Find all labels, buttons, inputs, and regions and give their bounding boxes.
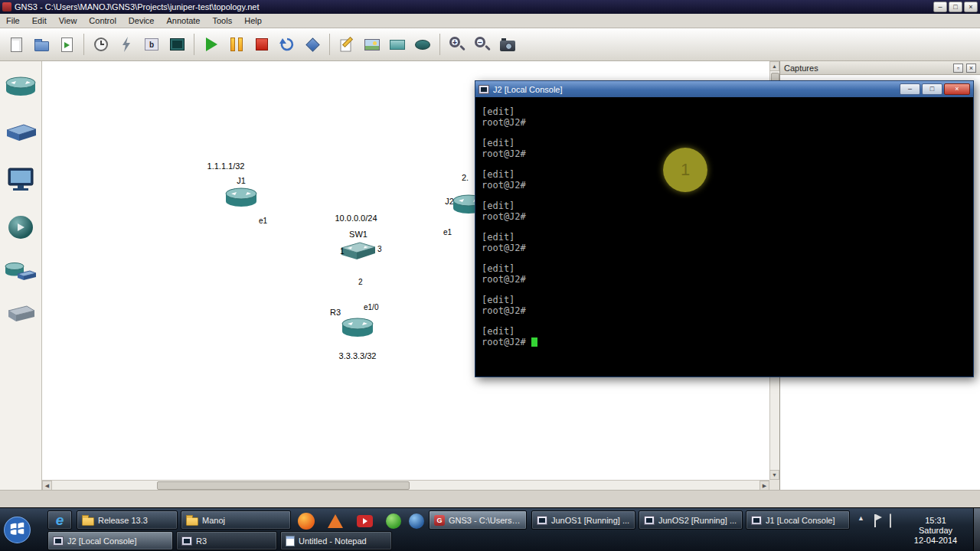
tray-expand-icon[interactable]: ▲ (858, 514, 864, 522)
menu-help[interactable]: Help (238, 15, 268, 27)
console-icon (537, 516, 547, 525)
minimize-button[interactable]: – (933, 2, 947, 12)
node-annotation-j1: 1.1.1.1/32 (188, 161, 264, 171)
browser-category-icon[interactable] (8, 216, 33, 239)
panel-close-button[interactable]: × (966, 64, 976, 73)
menu-annotate[interactable]: Annotate (160, 15, 206, 27)
terminal-line: [edit] (482, 263, 967, 274)
all-devices-category-icon[interactable] (4, 259, 38, 285)
scroll-right-arrow[interactable]: ▶ (760, 481, 769, 490)
interface-label-sw1-3: 3 (377, 245, 382, 253)
toolbar-separator (329, 34, 330, 55)
start-button[interactable] (3, 516, 31, 544)
aux-connect-button[interactable] (115, 32, 138, 57)
terminal-icon (170, 38, 185, 51)
screenshot-button[interactable] (496, 32, 519, 57)
close-button[interactable]: × (964, 2, 978, 12)
console-title-bar[interactable]: J2 [Local Console] – □ × (475, 81, 973, 97)
taskbar-button-release133[interactable]: Release 13.3 (77, 510, 178, 530)
save-project-button[interactable] (55, 32, 78, 57)
taskbar-button-notepad[interactable]: Untitled - Notepad (280, 531, 392, 550)
network-icon[interactable] (890, 514, 891, 528)
zoom-out-button[interactable]: − (471, 32, 494, 57)
terminal-line: [edit] (482, 232, 967, 243)
internet-explorer-button[interactable]: e (47, 510, 72, 530)
node-router-r3[interactable] (341, 316, 374, 342)
node-switch-sw1[interactable] (340, 240, 377, 265)
scroll-up-arrow[interactable]: ▲ (769, 61, 779, 71)
scrollbar-corner (769, 480, 779, 490)
router-category-icon[interactable] (5, 75, 37, 101)
folder-icon (82, 517, 94, 526)
console-window-title: J2 [Local Console] (493, 85, 896, 94)
panel-float-button[interactable]: ▫ (953, 64, 963, 73)
taskbar: e Release 13.3 Manoj G GNS3 - C:\Users\M… (0, 507, 980, 551)
taskbar-button-manoj[interactable]: Manoj (181, 510, 291, 530)
console-icon (751, 516, 762, 525)
menu-control[interactable]: Control (83, 15, 122, 27)
maximize-button[interactable]: □ (949, 2, 962, 12)
scroll-down-arrow[interactable]: ▼ (769, 470, 779, 480)
taskbar-button-junos1[interactable]: JunOS1 [Running] ... (531, 510, 635, 530)
reload-all-button[interactable] (276, 32, 299, 57)
console-connect-button[interactable] (90, 32, 113, 57)
terminal[interactable]: [edit] root@J2# [edit] root@J2# [edit] r… (475, 97, 973, 377)
firefox-icon[interactable] (297, 512, 315, 530)
console-close-button[interactable]: × (944, 83, 970, 95)
horizontal-scroll-thumb[interactable] (157, 481, 410, 490)
start-all-button[interactable] (200, 32, 223, 57)
canvas-horizontal-scrollbar[interactable]: ◀ ▶ (42, 480, 769, 490)
toolbar: b + − (0, 28, 980, 61)
hostname-icon: b (145, 38, 158, 51)
draw-ellipse-button[interactable] (411, 32, 434, 57)
clock-date: 12-04-2014 (902, 536, 969, 545)
clock-icon (94, 37, 108, 51)
menu-file[interactable]: File (0, 15, 26, 27)
add-note-button[interactable] (335, 32, 358, 57)
show-desktop-button[interactable] (973, 508, 980, 551)
terminal-line: root@J2# (482, 305, 967, 316)
captures-panel-header: Captures ▫ × (780, 61, 980, 75)
terminal-prompt-line: root@J2# (482, 337, 967, 347)
open-project-button[interactable] (30, 32, 53, 57)
action-center-icon[interactable] (874, 514, 876, 528)
terminal-line: [edit] (482, 295, 967, 305)
menu-view[interactable]: View (53, 15, 83, 27)
interface-label-r3-e10: e1/0 (364, 303, 378, 311)
taskbar-clock[interactable]: 15:31 Saturday 12-04-2014 (902, 510, 969, 550)
console-all-button[interactable] (165, 32, 188, 57)
menu-edit[interactable]: Edit (26, 15, 53, 27)
hypervisor-manager-button[interactable] (301, 32, 324, 57)
taskbar-button-j2-console[interactable]: J2 [Local Console] (47, 531, 173, 550)
pause-icon (230, 37, 243, 51)
scroll-left-arrow[interactable]: ◀ (42, 481, 52, 490)
console-window[interactable]: J2 [Local Console] – □ × [edit] root@J2#… (475, 80, 974, 377)
internet-explorer-icon: e (56, 512, 64, 529)
node-router-j1[interactable] (224, 186, 258, 212)
youtube-icon[interactable] (355, 512, 374, 530)
end-device-category-icon[interactable] (5, 167, 36, 196)
new-project-button[interactable] (5, 32, 28, 57)
show-hostnames-button[interactable]: b (140, 32, 163, 57)
folder-icon (186, 517, 198, 526)
draw-rectangle-button[interactable] (386, 32, 409, 57)
menu-device[interactable]: Device (122, 15, 161, 27)
menu-tools[interactable]: Tools (207, 15, 239, 27)
console-maximize-button[interactable]: □ (922, 83, 942, 95)
insert-picture-button[interactable] (361, 32, 384, 57)
taskbar-button-gns3[interactable]: G GNS3 - C:\Users\M... (429, 510, 527, 530)
taskbar-button-junos2[interactable]: JunOS2 [Running] ... (639, 510, 743, 530)
vlc-icon[interactable] (326, 512, 345, 530)
taskbar-button-j1-console[interactable]: J1 [Local Console] (746, 510, 850, 530)
security-device-category-icon[interactable] (5, 305, 36, 328)
zoom-in-button[interactable]: + (446, 32, 469, 57)
clock-time: 15:31 (902, 516, 969, 525)
console-minimize-button[interactable]: – (900, 83, 920, 95)
messenger-icon[interactable] (384, 512, 403, 530)
taskbar-button-r3[interactable]: R3 (176, 531, 277, 550)
stop-all-button[interactable] (250, 32, 273, 57)
terminal-line: root@J2# (482, 211, 967, 222)
suspend-all-button[interactable] (225, 32, 248, 57)
switch-category-icon[interactable] (4, 121, 38, 147)
media-player-icon[interactable] (407, 512, 426, 530)
